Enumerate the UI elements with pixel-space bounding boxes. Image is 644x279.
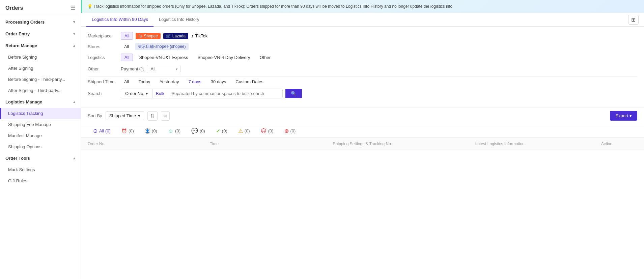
sidebar-section-order-entry[interactable]: Order Entry ▾ xyxy=(0,28,81,40)
status-delivered-label: (0) xyxy=(200,128,205,133)
search-filter-row: Search Order No. ▾ Bulk 🔍 xyxy=(88,89,637,98)
status-tab-failed[interactable]: ⊗ (0) xyxy=(279,124,301,138)
status-tab-delivered[interactable]: 💬 (0) xyxy=(186,124,211,138)
chevron-processing: ▾ xyxy=(73,20,75,24)
sidebar-section-return-manage[interactable]: Return Manage ▴ xyxy=(0,40,81,52)
stores-opt-all[interactable]: All xyxy=(121,43,132,50)
sidebar-item-after-signing[interactable]: After Signing xyxy=(0,63,81,74)
status-tab-pickup[interactable]: 👤 (0) xyxy=(139,124,163,138)
status-warning-icon: ⚠ xyxy=(238,128,243,134)
logistics-filter-row: Logistics All Shopee-VN-J&T Express Shop… xyxy=(88,54,637,61)
sidebar-item-after-signing-third[interactable]: After Signing - Third-party... xyxy=(0,85,81,96)
shipped-time-opt-custom[interactable]: Custom Dates xyxy=(232,78,267,85)
status-pickup-icon: 👤 xyxy=(145,128,150,134)
sort-select-button[interactable]: Shipped Time ▾ xyxy=(106,111,144,120)
marketplace-opt-lazada[interactable]: 🛒 Lazada xyxy=(163,33,188,39)
payment-info-icon[interactable]: ? xyxy=(139,67,144,71)
shipped-time-opt-all[interactable]: All xyxy=(121,78,132,85)
chevron-return-manage: ▴ xyxy=(73,43,75,48)
shipped-time-label: Shipped Time xyxy=(88,79,118,84)
col-action: Action xyxy=(576,142,637,146)
logistics-opt-other[interactable]: Other xyxy=(256,54,274,61)
sidebar-section-processing-orders[interactable]: Processing Orders ▾ xyxy=(0,16,81,28)
status-tab-transit[interactable]: ☺ (0) xyxy=(163,124,186,138)
other-filter-row: Other Payment ? All Paid Unpaid xyxy=(88,65,637,73)
sidebar-item-logistics-tracking[interactable]: Logistics Tracking xyxy=(0,108,81,119)
col-shipping-settings: Shipping Settings & Tracking No. xyxy=(302,142,424,146)
status-all-label: All (0) xyxy=(99,128,111,133)
columns-icon-button[interactable]: ⊞ xyxy=(628,15,639,25)
shipped-time-opt-7days[interactable]: 7 days xyxy=(185,78,205,85)
stores-options: All 演示店铺-shopee (shopee) xyxy=(121,43,189,50)
logistics-label: Logistics xyxy=(88,55,118,60)
sidebar-menu-icon[interactable]: ☰ xyxy=(71,5,75,11)
bulk-label: Bulk xyxy=(152,89,168,98)
shipped-time-opt-today[interactable]: Today xyxy=(135,78,153,85)
export-dropdown-icon: ▾ xyxy=(629,113,632,118)
sidebar-item-before-signing-third[interactable]: Before Signing - Third-party... xyxy=(0,74,81,85)
sidebar-header: Orders ☰ xyxy=(0,0,81,16)
sort-desc-icon: ≡ xyxy=(164,113,167,119)
status-failed-icon: ⊗ xyxy=(284,128,289,134)
status-tab-warning[interactable]: ⚠ (0) xyxy=(233,124,255,138)
section-label-order-tools: Order Tools xyxy=(5,156,30,161)
tab-within-90-days[interactable]: Logistics Info Within 90 Days xyxy=(86,13,153,27)
dropdown-arrow-icon: ▾ xyxy=(146,91,148,96)
marketplace-opt-all[interactable]: All xyxy=(121,32,133,40)
stores-filter-row: Stores All 演示店铺-shopee (shopee) xyxy=(88,43,637,50)
shipped-time-opt-30days[interactable]: 30 days xyxy=(207,78,230,85)
marketplace-filter-row: Marketplace All 🛍 Shopee 🛒 Lazada ♪ TikT… xyxy=(88,32,637,40)
logistics-opt-all[interactable]: All xyxy=(121,54,133,61)
main-content: 💡 Track logistics information for shippe… xyxy=(81,0,644,279)
other-label: Other xyxy=(88,66,118,71)
shipped-time-opt-yesterday[interactable]: Yesterday xyxy=(156,78,182,85)
marketplace-options: All 🛍 Shopee 🛒 Lazada ♪ TikTok xyxy=(121,32,207,40)
chevron-order-entry: ▾ xyxy=(73,32,75,36)
sidebar-item-shipping-fee-manage[interactable]: Shipping Fee Manage xyxy=(0,119,81,130)
stores-opt-demo[interactable]: 演示店铺-shopee (shopee) xyxy=(135,43,188,50)
section-label-logistics-manage: Logistics Manage xyxy=(5,99,42,104)
sidebar-item-shipping-options[interactable]: Shipping Options xyxy=(0,141,81,152)
status-tab-pending[interactable]: ⏰ (0) xyxy=(116,124,139,138)
search-label: Search xyxy=(88,91,118,96)
logistics-opt-jnt[interactable]: Shopee-VN-J&T Express xyxy=(136,54,191,61)
tab-history[interactable]: Logistics Info History xyxy=(153,13,205,27)
stores-label: Stores xyxy=(88,44,118,49)
search-icon: 🔍 xyxy=(291,91,297,96)
search-button[interactable]: 🔍 xyxy=(285,89,302,98)
status-transit-label: (0) xyxy=(175,128,180,133)
content-area: Logistics Info Within 90 Days Logistics … xyxy=(81,13,644,279)
status-pending-label: (0) xyxy=(129,128,134,133)
status-tab-success[interactable]: ✓ (0) xyxy=(211,124,233,138)
payment-label: Payment ? xyxy=(121,66,144,71)
sidebar-section-logistics-manage[interactable]: Logistics Manage ▴ xyxy=(0,96,81,108)
payment-select[interactable]: All Paid Unpaid xyxy=(147,65,180,73)
sidebar-item-before-signing[interactable]: Before Signing xyxy=(0,52,81,63)
status-tab-all[interactable]: ⊙ All (0) xyxy=(88,124,116,138)
marketplace-opt-shopee[interactable]: 🛍 Shopee xyxy=(136,33,160,39)
marketplace-opt-tiktok[interactable]: ♪ TikTok xyxy=(191,33,207,39)
status-tab-sad[interactable]: ☹ (0) xyxy=(255,124,279,138)
search-type-button[interactable]: Order No. ▾ xyxy=(121,89,152,98)
sidebar-item-mark-settings[interactable]: Mark Settings xyxy=(0,164,81,175)
sidebar-item-gift-rules[interactable]: Gift Rules xyxy=(0,175,81,186)
logistics-opt-4day[interactable]: Shopee-VN-4 Day Delivery xyxy=(194,54,253,61)
status-delivered-icon: 💬 xyxy=(191,128,198,134)
status-all-icon: ⊙ xyxy=(93,128,97,134)
sidebar: Orders ☰ Processing Orders ▾ Order Entry… xyxy=(0,0,81,279)
status-pending-icon: ⏰ xyxy=(121,128,127,133)
sort-desc-button[interactable]: ≡ xyxy=(161,111,170,121)
status-success-label: (0) xyxy=(222,128,227,133)
sort-export-row: Sort By Shipped Time ▾ ⇅ ≡ Export ▾ xyxy=(81,107,644,124)
status-success-icon: ✓ xyxy=(216,128,220,134)
marketplace-label: Marketplace xyxy=(88,33,118,38)
export-button[interactable]: Export ▾ xyxy=(610,111,637,121)
info-banner-icon: 💡 xyxy=(87,4,92,9)
shipped-time-filter-row: Shipped Time All Today Yesterday 7 days … xyxy=(88,78,637,85)
chevron-logistics-manage: ▴ xyxy=(73,100,75,104)
sidebar-item-manifest-manage[interactable]: Manifest Manage xyxy=(0,130,81,141)
sort-asc-button[interactable]: ⇅ xyxy=(147,111,158,121)
sidebar-section-order-tools[interactable]: Order Tools ▴ xyxy=(0,152,81,164)
sort-asc-icon: ⇅ xyxy=(150,113,155,119)
search-input[interactable] xyxy=(168,89,282,98)
